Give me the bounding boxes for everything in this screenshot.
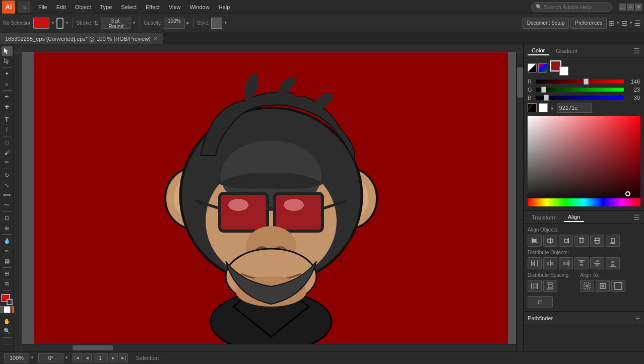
r-slider[interactable] [536,80,624,84]
scrollbar-thumb-h[interactable] [73,345,113,350]
menu-object[interactable]: Object [71,3,95,11]
minimize-button[interactable]: _ [619,4,626,11]
menu-edit[interactable]: Edit [52,3,70,11]
type-button[interactable]: T [2,115,13,124]
menu-file[interactable]: File [34,3,51,11]
stroke-swatch[interactable] [7,299,13,305]
color-gradient-picker[interactable] [528,116,640,206]
stroke-color-box[interactable] [56,18,63,29]
arrange-icon[interactable]: ⊞ [608,19,614,27]
dist-left-button[interactable] [528,257,542,269]
opacity-input[interactable]: 100% [164,18,185,29]
menu-select[interactable]: Select [117,3,141,11]
fill-stroke-selector[interactable] [2,294,13,305]
align-to-selection-button[interactable] [580,280,594,292]
zoom-button[interactable]: 🔍 [2,327,13,336]
hue-strip[interactable] [528,198,640,206]
selection-tool-button[interactable] [2,46,13,56]
search-input[interactable] [544,4,604,10]
dist-spacing-h-button[interactable] [528,280,542,292]
shape-builder-button[interactable]: ⊕ [2,224,13,233]
menu-type[interactable]: Type [96,3,116,11]
maximize-button[interactable]: □ [627,4,634,11]
direct-selection-tool-button[interactable] [2,56,13,66]
fg-bg-color-selector[interactable] [550,60,568,76]
color-mode-icon-2[interactable] [538,63,547,72]
rotation-dropdown-arrow[interactable]: ▼ [65,355,69,360]
transform-tab[interactable]: Transform [528,213,561,222]
artboard-button[interactable]: ⊞ [2,269,13,279]
panel-arrow[interactable]: ▼ [629,21,633,25]
zoom-dropdown-arrow[interactable]: ▼ [30,355,34,360]
black-swatch[interactable] [528,103,537,112]
align-panel-options[interactable]: ☰ [633,213,640,222]
align-top-button[interactable] [574,235,589,247]
document-tab[interactable]: 165302255_eps [Converted].eps* @ 100 % (… [0,33,163,44]
b-slider-thumb[interactable] [544,95,549,101]
white-swatch[interactable] [539,103,548,112]
pen-button[interactable]: ✒ [2,92,13,102]
rotate-button[interactable]: ↻ [2,171,13,180]
fill-arrow[interactable]: ▼ [51,21,55,25]
grid-icon[interactable]: ⊟ [621,19,627,27]
scrollbar-vertical[interactable] [516,52,523,351]
width-button[interactable]: ⟺ [2,190,13,200]
scrollbar-horizontal[interactable] [22,344,516,351]
stroke-arrow[interactable]: ▼ [65,21,69,25]
tab-close-button[interactable]: ✕ [154,36,158,41]
pathfinder-options[interactable]: ☰ [635,316,640,321]
warp-button[interactable]: 〜 [2,200,13,210]
dist-spacing-v-button[interactable] [543,280,557,292]
artboard[interactable] [34,52,508,351]
close-button[interactable]: ✕ [635,4,642,11]
white-swatch[interactable] [4,306,11,313]
align-to-artboard-button[interactable] [611,280,625,292]
zoom-input[interactable] [4,353,29,362]
magic-wand-button[interactable]: ✦ [2,69,13,79]
line-button[interactable]: / [2,125,13,134]
dist-center-h-button[interactable] [543,257,557,269]
hand-button[interactable]: ✋ [2,317,13,326]
dist-top-button[interactable] [574,257,589,269]
chart-button[interactable]: ▦ [2,256,13,266]
menu-overflow[interactable]: ☰ [634,19,641,27]
home-button[interactable]: ⌂ [18,1,30,13]
preferences-button[interactable]: Preferences [570,18,607,29]
next-artboard-button[interactable]: ► [109,353,118,362]
hex-input[interactable] [557,103,592,113]
style-arrow[interactable]: ▼ [224,21,228,25]
last-artboard-button[interactable]: ►| [119,353,128,362]
align-center-h-button[interactable] [543,235,557,247]
blend-button[interactable]: ∞ [2,246,13,256]
g-slider[interactable] [536,88,624,92]
menu-view[interactable]: View [165,3,185,11]
color-panel-options[interactable]: ☰ [633,47,640,55]
pathfinder-header[interactable]: Pathfinder ☰ [524,312,644,325]
more-tools-button[interactable]: ··· [2,339,13,349]
pencil-button[interactable]: ✏ [2,158,13,167]
stroke-weight-arrow[interactable]: ▼ [132,21,136,25]
fill-color-box[interactable] [33,18,49,29]
document-setup-button[interactable]: Document Setup [523,18,569,29]
scrollbar-thumb-v[interactable] [517,67,523,98]
color-tab[interactable]: Color [528,46,549,55]
dist-bottom-button[interactable] [606,257,620,269]
add-anchor-button[interactable]: ✚ [2,102,13,112]
gradient-tab[interactable]: Gradient [552,47,581,55]
menu-help[interactable]: Help [215,3,234,11]
free-transform-button[interactable]: ⊡ [2,213,13,223]
style-box[interactable] [211,18,222,29]
first-artboard-button[interactable]: |◄ [73,353,82,362]
b-slider[interactable] [536,96,624,100]
align-center-v-button[interactable] [590,235,604,247]
artboard-number-input[interactable] [93,353,108,362]
menu-effect[interactable]: Effect [142,3,164,11]
none-swatch[interactable] [0,306,3,313]
eyedropper-button[interactable]: 💧 [2,236,13,246]
arrange-arrow[interactable]: ▼ [616,21,620,25]
dist-center-v-button[interactable] [590,257,604,269]
search-bar[interactable]: 🔍 [531,2,612,12]
rectangle-button[interactable]: □ [2,138,13,148]
menu-window[interactable]: Window [186,3,214,11]
spacing-value-button[interactable]: 0° [528,296,553,308]
